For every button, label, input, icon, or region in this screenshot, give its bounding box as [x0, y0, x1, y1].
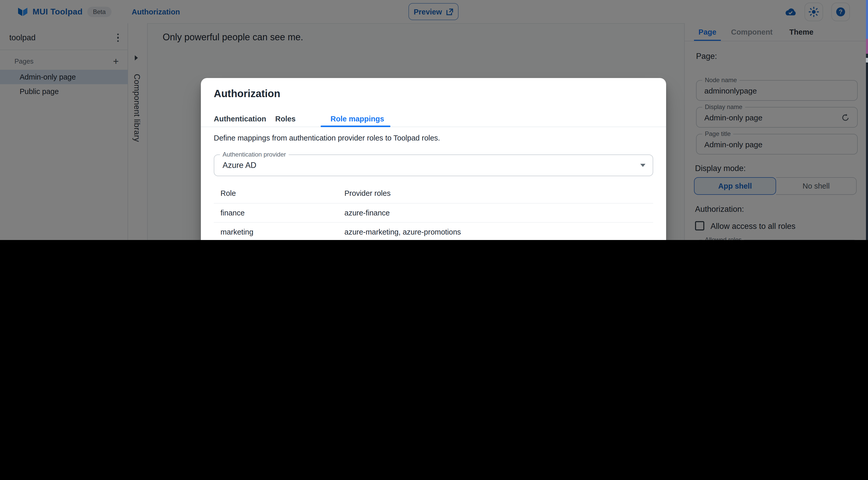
dialog-description: Define mappings from authentication prov… [214, 134, 440, 142]
app-window: MUI Toolpad Beta Authorization Preview [0, 0, 868, 240]
table-row[interactable]: marketing azure-marketing, azure-promoti… [214, 223, 653, 240]
tab-roles[interactable]: Roles [275, 111, 296, 127]
column-header-role: Role [214, 189, 340, 198]
screen-edge-artifact [866, 54, 868, 240]
table-header-row: Role Provider roles [214, 183, 653, 204]
chevron-down-icon[interactable] [640, 164, 646, 167]
active-tab-indicator [320, 125, 391, 127]
authentication-provider-select[interactable]: Authentication provider Azure AD [214, 154, 653, 176]
tab-role-mappings[interactable]: Role mappings [331, 111, 384, 127]
dialog-title: Authorization [214, 88, 280, 100]
screen-edge-artifact [866, 58, 868, 62]
role-mappings-table: Role Provider roles finance azure-financ… [214, 183, 653, 240]
authorization-dialog: Authorization Authentication Roles Role … [201, 78, 666, 240]
column-header-provider-roles: Provider roles [340, 189, 653, 198]
table-row[interactable]: finance azure-finance [214, 204, 653, 223]
tab-authentication[interactable]: Authentication [214, 111, 266, 127]
screen-edge-artifact [866, 0, 868, 39]
tabs-divider [201, 127, 666, 127]
screen-edge-artifact [866, 39, 868, 54]
